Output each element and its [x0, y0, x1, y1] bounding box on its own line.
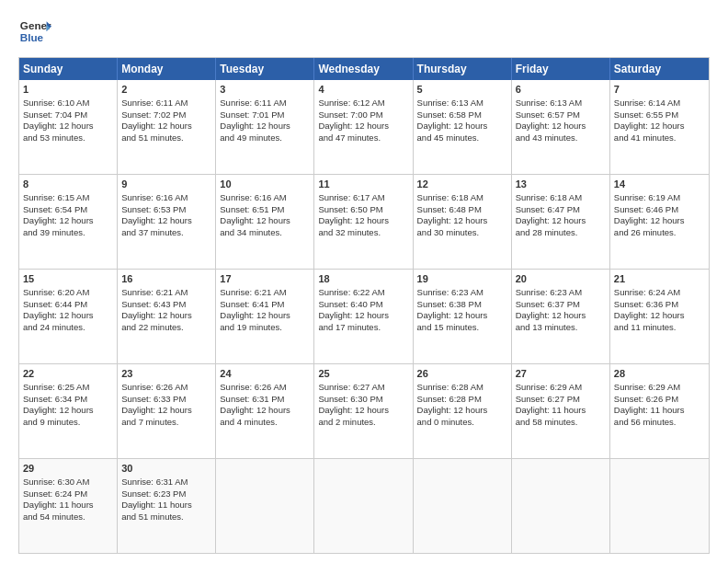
- logo-icon: General Blue: [18, 15, 51, 48]
- day-info-line: Sunset: 6:24 PM: [23, 488, 113, 500]
- day-info-line: Sunset: 6:46 PM: [614, 204, 705, 216]
- day-info-line: Sunset: 7:00 PM: [318, 109, 408, 121]
- day-info-line: Daylight: 12 hours: [417, 121, 507, 132]
- day-info-line: Daylight: 12 hours: [417, 405, 507, 417]
- day-info-line: and 56 minutes.: [614, 417, 705, 429]
- day-number: 17: [220, 272, 310, 286]
- day-cell-21: 21Sunrise: 6:24 AMSunset: 6:36 PMDayligh…: [610, 270, 709, 363]
- day-info-line: Sunset: 7:01 PM: [220, 109, 310, 121]
- day-cell-2: 2Sunrise: 6:11 AMSunset: 7:02 PMDaylight…: [118, 80, 216, 174]
- weekday-header-tuesday: Tuesday: [216, 58, 314, 80]
- day-info-line: Sunset: 6:48 PM: [417, 204, 507, 216]
- day-info-line: Sunset: 6:50 PM: [318, 204, 408, 216]
- page-container: General Blue SundayMondayTuesdayWednesda…: [0, 0, 728, 563]
- day-number: 29: [23, 462, 113, 476]
- day-number: 7: [614, 83, 705, 97]
- day-info-line: Sunset: 6:23 PM: [121, 488, 211, 500]
- day-info-line: and 51 minutes.: [121, 511, 211, 523]
- day-info-line: and 2 minutes.: [318, 417, 408, 429]
- day-cell-4: 4Sunrise: 6:12 AMSunset: 7:00 PMDaylight…: [314, 80, 413, 174]
- day-info-line: Daylight: 12 hours: [614, 121, 705, 132]
- day-number: 3: [220, 83, 310, 97]
- day-number: 20: [516, 272, 606, 286]
- day-info-line: Sunrise: 6:29 AM: [516, 382, 606, 394]
- day-number: 13: [516, 178, 606, 191]
- day-info-line: Sunrise: 6:22 AM: [318, 287, 408, 299]
- day-info-line: Sunset: 6:58 PM: [417, 109, 507, 121]
- day-info-line: and 47 minutes.: [318, 132, 408, 144]
- day-info-line: Sunset: 6:57 PM: [516, 109, 606, 121]
- day-info-line: Daylight: 12 hours: [516, 215, 606, 227]
- day-number: 25: [318, 367, 408, 381]
- day-info-line: Daylight: 12 hours: [318, 405, 408, 417]
- day-info-line: Sunrise: 6:26 AM: [220, 382, 310, 394]
- day-cell-10: 10Sunrise: 6:16 AMSunset: 6:51 PMDayligh…: [216, 175, 314, 269]
- day-info-line: and 19 minutes.: [220, 322, 310, 334]
- day-info-line: Sunrise: 6:21 AM: [121, 287, 211, 299]
- day-info-line: and 7 minutes.: [121, 417, 211, 429]
- day-info-line: Daylight: 12 hours: [318, 310, 408, 322]
- day-info-line: Sunrise: 6:30 AM: [23, 477, 113, 488]
- day-cell-19: 19Sunrise: 6:23 AMSunset: 6:38 PMDayligh…: [414, 270, 512, 363]
- day-info-line: and 41 minutes.: [614, 132, 705, 144]
- day-info-line: and 15 minutes.: [417, 322, 507, 334]
- empty-cell-4-6: [610, 459, 709, 553]
- day-info-line: Daylight: 11 hours: [23, 500, 113, 511]
- calendar-row-5: 29Sunrise: 6:30 AMSunset: 6:24 PMDayligh…: [19, 458, 709, 553]
- svg-text:Blue: Blue: [20, 31, 44, 43]
- day-info-line: Sunrise: 6:21 AM: [220, 287, 310, 299]
- day-info-line: Sunrise: 6:16 AM: [121, 192, 211, 204]
- day-info-line: Daylight: 12 hours: [417, 215, 507, 227]
- day-info-line: Sunset: 6:53 PM: [121, 204, 211, 216]
- day-cell-28: 28Sunrise: 6:29 AMSunset: 6:26 PMDayligh…: [610, 364, 709, 458]
- day-info-line: Sunrise: 6:14 AM: [614, 98, 705, 109]
- day-cell-17: 17Sunrise: 6:21 AMSunset: 6:41 PMDayligh…: [216, 270, 314, 363]
- day-info-line: Sunrise: 6:11 AM: [121, 98, 211, 109]
- day-number: 23: [121, 367, 211, 381]
- day-info-line: Daylight: 11 hours: [614, 405, 705, 417]
- day-info-line: Sunset: 6:54 PM: [23, 204, 113, 216]
- day-info-line: Sunrise: 6:12 AM: [318, 98, 408, 109]
- day-info-line: Daylight: 12 hours: [121, 121, 211, 132]
- day-info-line: Sunset: 6:36 PM: [614, 299, 705, 311]
- day-cell-5: 5Sunrise: 6:13 AMSunset: 6:58 PMDaylight…: [414, 80, 512, 174]
- day-info-line: Sunrise: 6:15 AM: [23, 192, 113, 204]
- day-info-line: Sunrise: 6:23 AM: [516, 287, 606, 299]
- day-info-line: Sunrise: 6:26 AM: [121, 382, 211, 394]
- day-info-line: and 13 minutes.: [516, 322, 606, 334]
- empty-cell-4-3: [314, 459, 413, 553]
- day-cell-26: 26Sunrise: 6:28 AMSunset: 6:28 PMDayligh…: [414, 364, 512, 458]
- day-info-line: and 45 minutes.: [417, 132, 507, 144]
- empty-cell-4-2: [216, 459, 314, 553]
- day-number: 30: [121, 462, 211, 476]
- day-number: 5: [417, 83, 507, 97]
- calendar-header: SundayMondayTuesdayWednesdayThursdayFrid…: [19, 58, 709, 80]
- day-cell-20: 20Sunrise: 6:23 AMSunset: 6:37 PMDayligh…: [512, 270, 610, 363]
- day-number: 15: [23, 272, 113, 286]
- day-info-line: Daylight: 12 hours: [614, 310, 705, 322]
- day-info-line: and 53 minutes.: [23, 132, 113, 144]
- day-number: 24: [220, 367, 310, 381]
- day-number: 1: [23, 83, 113, 97]
- day-info-line: Sunrise: 6:25 AM: [23, 382, 113, 394]
- day-info-line: and 17 minutes.: [318, 322, 408, 334]
- weekday-header-wednesday: Wednesday: [314, 58, 413, 80]
- day-info-line: Daylight: 11 hours: [121, 500, 211, 511]
- calendar-row-4: 22Sunrise: 6:25 AMSunset: 6:34 PMDayligh…: [19, 363, 709, 458]
- day-number: 8: [23, 178, 113, 191]
- day-info-line: Sunset: 7:04 PM: [23, 109, 113, 121]
- day-info-line: Sunset: 6:27 PM: [516, 394, 606, 406]
- day-cell-29: 29Sunrise: 6:30 AMSunset: 6:24 PMDayligh…: [19, 459, 118, 553]
- logo: General Blue: [18, 15, 51, 48]
- day-number: 4: [318, 83, 408, 97]
- day-info-line: Daylight: 12 hours: [318, 121, 408, 132]
- day-number: 14: [614, 178, 705, 191]
- day-number: 22: [23, 367, 113, 381]
- day-info-line: Sunrise: 6:24 AM: [614, 287, 705, 299]
- day-info-line: Daylight: 12 hours: [220, 121, 310, 132]
- day-info-line: Sunrise: 6:17 AM: [318, 192, 408, 204]
- day-cell-18: 18Sunrise: 6:22 AMSunset: 6:40 PMDayligh…: [314, 270, 413, 363]
- day-info-line: Sunset: 6:30 PM: [318, 394, 408, 406]
- day-info-line: Sunset: 6:43 PM: [121, 299, 211, 311]
- day-info-line: Sunset: 6:26 PM: [614, 394, 705, 406]
